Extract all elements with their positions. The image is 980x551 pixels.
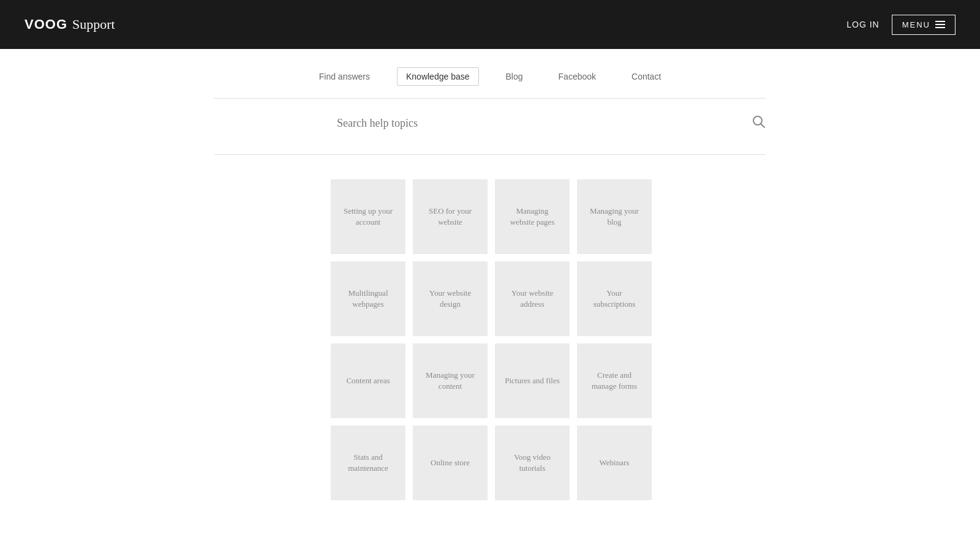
topic-create-manage-forms[interactable]: Create and manage forms [577,343,652,418]
tab-knowledge-base[interactable]: Knowledge base [397,67,479,86]
topic-webinars[interactable]: Webinars [577,425,652,500]
nav-tabs: Find answers Knowledge base Blog Faceboo… [0,49,980,99]
logo: VOOG Support [24,17,115,32]
search-section [214,99,766,155]
menu-label: MENU [902,20,930,29]
search-input[interactable] [337,117,643,130]
topic-managing-website-pages[interactable]: Managing website pages [495,179,570,254]
menu-button[interactable]: MENU [892,15,956,35]
tab-find-answers[interactable]: Find answers [311,68,379,85]
tab-contact[interactable]: Contact [623,68,669,85]
search-button[interactable] [752,115,766,132]
topic-online-store[interactable]: Online store [413,425,488,500]
tab-blog[interactable]: Blog [497,68,532,85]
hamburger-icon [935,21,945,28]
topics-grid: Setting up your account SEO for your web… [331,179,649,500]
svg-line-1 [761,124,765,128]
topic-website-design[interactable]: Your website design [413,261,488,336]
topics-grid-section: Setting up your account SEO for your web… [0,155,980,537]
header-nav: LOG IN MENU [846,15,956,35]
logo-voog: VOOG [24,17,67,32]
topic-subscriptions[interactable]: Your subscriptions [577,261,652,336]
topic-setting-up-account[interactable]: Setting up your account [331,179,405,254]
topic-content-areas[interactable]: Content areas [331,343,405,418]
topic-stats-maintenance[interactable]: Stats and maintenance [331,425,405,500]
tab-facebook[interactable]: Facebook [550,68,605,85]
topic-website-address[interactable]: Your website address [495,261,570,336]
search-icon [752,115,766,129]
topic-pictures-files[interactable]: Pictures and files [495,343,570,418]
topic-seo-website[interactable]: SEO for your website [413,179,488,254]
logo-support: Support [72,17,115,32]
topic-multilingual-webpages[interactable]: Multilingual webpages [331,261,405,336]
topic-voog-video-tutorials[interactable]: Voog video tutorials [495,425,570,500]
login-link[interactable]: LOG IN [846,20,879,29]
topic-managing-blog[interactable]: Managing your blog [577,179,652,254]
header: VOOG Support LOG IN MENU [0,0,980,49]
topic-managing-content[interactable]: Managing your content [413,343,488,418]
